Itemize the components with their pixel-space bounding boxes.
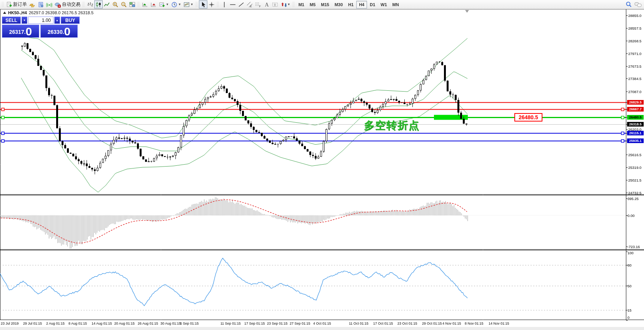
toolbar-grip[interactable] <box>292 2 295 8</box>
chart-template-icon <box>184 2 190 8</box>
sell-price-int: 26317 <box>9 27 24 37</box>
one-click-trading-panel: SELL ▼ 1.00 ▲ BUY 26317.0 26330.0 <box>2 17 80 38</box>
chart-canvas[interactable] <box>0 0 644 330</box>
chart-shift-icon <box>150 2 157 8</box>
text-label-icon: T <box>272 2 278 8</box>
zoom-out-button[interactable] <box>120 0 128 8</box>
timeframe-m15-button[interactable]: M15 <box>318 1 332 8</box>
toolbar-grip[interactable] <box>2 2 4 8</box>
channel-icon: E <box>247 2 253 8</box>
price-callout-box[interactable]: 26480.5 <box>514 113 542 122</box>
new-order-icon <box>6 2 12 8</box>
new-order-label: 新订单 <box>13 1 27 8</box>
volume-down-button[interactable]: ▼ <box>22 17 27 24</box>
arrows-icon <box>280 2 287 8</box>
chevron-down-icon: ▼ <box>178 3 181 6</box>
fibonacci-button[interactable]: F <box>254 0 262 8</box>
zoom-out-icon <box>121 2 127 8</box>
clock-icon <box>171 2 177 8</box>
market-depth-button[interactable] <box>37 0 45 8</box>
sell-price-pips: 0 <box>26 26 32 37</box>
timeframe-h1-button[interactable]: H1 <box>345 1 356 8</box>
tile-windows-icon <box>129 2 135 8</box>
timeframe-mn-button[interactable]: MN <box>390 1 402 8</box>
toolbar-grip[interactable] <box>137 2 140 8</box>
svg-text:F: F <box>259 5 260 8</box>
text-icon: A <box>264 2 270 8</box>
chat-icon <box>634 2 642 8</box>
buy-price-pips: 0 <box>64 26 71 37</box>
signals-button[interactable] <box>45 0 53 8</box>
horizontal-line-button[interactable] <box>229 0 237 8</box>
auto-scroll-icon <box>142 2 148 8</box>
chart-shift-marker[interactable] <box>465 10 469 13</box>
svg-text:A: A <box>265 2 269 8</box>
line-chart-icon <box>104 2 110 8</box>
template-dropdown[interactable]: ▼ <box>182 0 195 8</box>
text-label-button[interactable]: T <box>271 0 279 8</box>
sell-button[interactable]: SELL <box>2 17 21 24</box>
buy-price-int: 26330 <box>48 27 63 37</box>
chart-shift-button[interactable] <box>149 0 158 8</box>
bar-chart-button[interactable] <box>86 0 94 8</box>
chat-button[interactable] <box>633 0 643 8</box>
turning-point-annotation[interactable]: 多空转折点 <box>364 118 420 132</box>
sell-price[interactable]: 26317.0 <box>2 25 39 38</box>
volume-up-button[interactable]: ▲ <box>54 17 60 24</box>
new-chart-dropdown[interactable]: ▼ <box>158 0 170 8</box>
trendline-button[interactable] <box>237 0 245 8</box>
zoom-in-button[interactable] <box>111 0 120 8</box>
vertical-line-icon <box>221 2 227 8</box>
auto-scroll-button[interactable] <box>141 0 149 8</box>
gold-bar-icon <box>29 2 35 8</box>
timeframe-d1-button[interactable]: D1 <box>367 1 378 8</box>
toolbar-grip[interactable] <box>82 2 85 8</box>
auto-trading-button[interactable]: 自动交易 <box>53 0 82 8</box>
market-depth-icon <box>38 2 44 8</box>
volume-input[interactable]: 1.00 <box>28 17 53 24</box>
timeframe-m5-button[interactable]: M5 <box>307 1 318 8</box>
symbol-period-label: HK50-,H4 <box>8 10 27 15</box>
crosshair-icon <box>209 2 215 8</box>
toolbar-grip[interactable] <box>195 2 198 8</box>
timeframe-group: M1M5M15M30H1H4D1W1MN <box>296 1 402 8</box>
buy-button[interactable]: BUY <box>61 17 80 24</box>
vertical-line-button[interactable] <box>220 0 229 8</box>
cursor-icon <box>200 2 206 8</box>
equidistant-channel-button[interactable]: E <box>245 0 254 8</box>
line-chart-button[interactable] <box>103 0 111 8</box>
chevron-down-icon: ▼ <box>190 3 194 6</box>
signal-icon <box>46 2 52 8</box>
timeframe-m30-button[interactable]: M30 <box>332 1 345 8</box>
candlestick-chart-icon <box>95 2 102 8</box>
arrows-dropdown[interactable]: ▼ <box>279 0 292 8</box>
timeframe-h4-button[interactable]: H4 <box>356 1 367 8</box>
chevron-down-icon: ▼ <box>287 3 290 6</box>
auto-trading-icon <box>55 2 61 8</box>
candlestick-chart-button[interactable] <box>94 0 103 8</box>
toolbar: 新订单 自动交易 ▼ ▼ <box>0 0 644 9</box>
search-icon <box>626 1 632 8</box>
toolbar-grip[interactable] <box>217 2 219 8</box>
search-button[interactable] <box>624 0 633 8</box>
horizontal-line-icon <box>230 2 236 8</box>
bar-chart-icon <box>87 2 93 8</box>
buy-price[interactable]: 26330.0 <box>40 25 78 38</box>
timeframe-w1-button[interactable]: W1 <box>378 1 390 8</box>
chart-title: HK50-,H4 26297.0 26398.0 26176.5 26318.5 <box>3 10 93 15</box>
ohlc-values: 26297.0 26398.0 26176.5 26318.5 <box>29 10 93 15</box>
periodicity-dropdown[interactable]: ▼ <box>170 0 182 8</box>
tile-windows-button[interactable] <box>128 0 137 8</box>
new-order-button[interactable]: 新订单 <box>5 0 28 8</box>
text-button[interactable]: A <box>262 0 271 8</box>
new-chart-icon <box>159 2 165 8</box>
crosshair-button[interactable] <box>207 0 216 8</box>
window-bottom-edge <box>0 327 644 330</box>
svg-text:T: T <box>274 3 276 7</box>
svg-text:E: E <box>250 5 252 8</box>
symbol-up-arrow-icon <box>3 12 6 14</box>
gold-instrument-button[interactable] <box>28 0 37 8</box>
chevron-down-icon: ▼ <box>166 3 169 6</box>
cursor-button[interactable] <box>199 0 207 8</box>
timeframe-m1-button[interactable]: M1 <box>296 1 307 8</box>
